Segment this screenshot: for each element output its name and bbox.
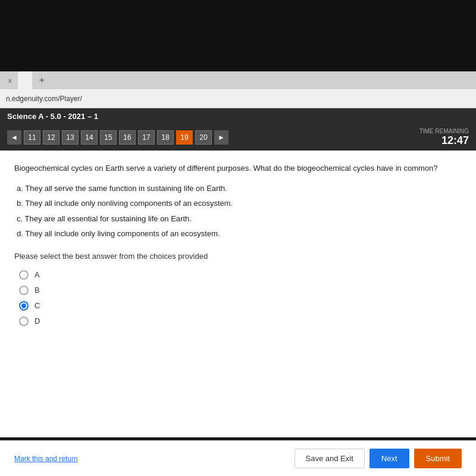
- new-tab-button[interactable]: +: [35, 74, 49, 87]
- question-nav: ◄ 11 12 13 14 15 16 17 18 19 20 ►: [7, 130, 228, 145]
- tab-close-button[interactable]: x: [5, 76, 15, 85]
- radio-label-d: D: [35, 317, 40, 325]
- answer-letter-b: b.: [17, 199, 23, 208]
- main-content: Biogeochemical cycles on Earth serve a v…: [0, 151, 476, 437]
- time-label: TIME REMAINING: [419, 128, 469, 134]
- url-display: n.edgenuity.com/Player/: [6, 95, 82, 103]
- app-header: Science A - 5.0 - 2021 – 1: [0, 108, 476, 124]
- nav-num-12[interactable]: 12: [43, 130, 60, 145]
- radio-label-a: A: [35, 270, 40, 279]
- nav-num-20[interactable]: 20: [195, 130, 212, 145]
- radio-option-b[interactable]: B: [19, 286, 462, 295]
- radio-option-c[interactable]: C: [19, 301, 462, 311]
- answer-letter-d: d.: [17, 229, 23, 238]
- nav-num-16[interactable]: 16: [119, 130, 136, 145]
- nav-num-18[interactable]: 18: [157, 130, 174, 145]
- radio-circle-b[interactable]: [19, 286, 29, 295]
- radio-label-b: B: [35, 286, 40, 295]
- radio-label-c: C: [35, 301, 40, 310]
- mark-return-button[interactable]: Mark this and return: [14, 455, 78, 463]
- nav-prev-button[interactable]: ◄: [7, 130, 21, 145]
- time-remaining: TIME REMAINING 12:47: [419, 128, 469, 147]
- answer-letter-c: c.: [17, 214, 23, 223]
- time-value: 12:47: [419, 134, 469, 147]
- nav-num-11[interactable]: 11: [24, 130, 40, 145]
- footer-buttons: Save and Exit Next Submit: [295, 449, 462, 468]
- answer-text-d: They all include only living components …: [25, 229, 220, 238]
- top-dark-area: [0, 0, 476, 71]
- answer-text-c: They are all essential for sustaining li…: [25, 214, 192, 223]
- address-bar[interactable]: n.edgenuity.com/Player/: [0, 89, 476, 108]
- radio-circle-a[interactable]: [19, 270, 29, 280]
- active-tab[interactable]: [18, 71, 32, 89]
- radio-circle-c[interactable]: [19, 301, 29, 311]
- nav-bar: ◄ 11 12 13 14 15 16 17 18 19 20 ► TIME R…: [0, 124, 476, 151]
- footer: Mark this and return Save and Exit Next …: [0, 440, 476, 476]
- browser-tabs: x +: [0, 71, 476, 89]
- nav-num-19[interactable]: 19: [176, 130, 193, 145]
- radio-options: A B C D: [14, 270, 462, 326]
- answer-item-d: d. They all include only living componen…: [17, 228, 462, 240]
- next-button[interactable]: Next: [369, 449, 409, 468]
- radio-option-d[interactable]: D: [19, 317, 462, 326]
- save-exit-button[interactable]: Save and Exit: [295, 449, 365, 468]
- nav-next-button[interactable]: ►: [214, 130, 228, 145]
- answer-list: a. They all serve the same function in s…: [14, 183, 462, 240]
- nav-num-17[interactable]: 17: [138, 130, 155, 145]
- answer-text-a: They all serve the same function in sust…: [25, 184, 227, 193]
- question-text: Biogeochemical cycles on Earth serve a v…: [14, 162, 462, 174]
- nav-num-13[interactable]: 13: [62, 130, 79, 145]
- answer-text-b: They all include only nonliving componen…: [25, 199, 233, 208]
- answer-item-c: c. They are all essential for sustaining…: [17, 213, 462, 225]
- radio-circle-d[interactable]: [19, 317, 29, 326]
- nav-num-15[interactable]: 15: [100, 130, 117, 145]
- instruction-text: Please select the best answer from the c…: [14, 252, 462, 261]
- browser-chrome: x + n.edgenuity.com/Player/: [0, 71, 476, 108]
- answer-item-b: b. They all include only nonliving compo…: [17, 198, 462, 209]
- nav-num-14[interactable]: 14: [81, 130, 98, 145]
- answer-letter-a: a.: [17, 184, 23, 193]
- radio-option-a[interactable]: A: [19, 270, 462, 280]
- answer-item-a: a. They all serve the same function in s…: [17, 183, 462, 195]
- app-title: Science A - 5.0 - 2021 – 1: [7, 112, 98, 121]
- submit-button[interactable]: Submit: [414, 449, 462, 468]
